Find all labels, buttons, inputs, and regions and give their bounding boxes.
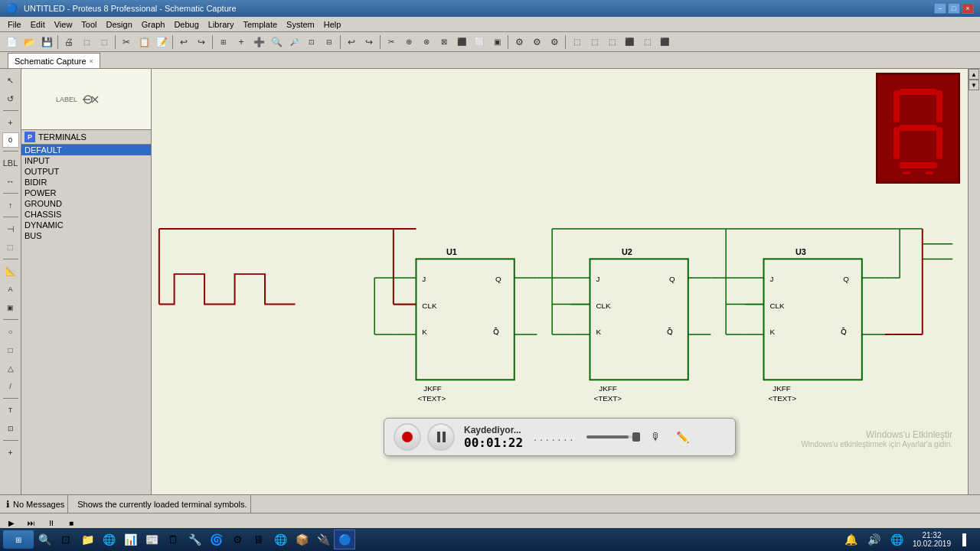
lt-btn-c[interactable]: ○ (2, 323, 19, 340)
zoom-full-btn[interactable]: ⊟ (321, 34, 338, 51)
lt-btn-i[interactable]: + (2, 444, 19, 461)
lt-btn-d[interactable]: □ (2, 341, 19, 358)
tb24[interactable]: ⬚ (586, 34, 603, 51)
lt-btn-a[interactable]: A (2, 281, 19, 298)
grid-btn[interactable]: ⊞ (215, 34, 232, 51)
menu-edit[interactable]: Edit (26, 19, 50, 30)
tb19[interactable]: ▣ (488, 34, 505, 51)
tb21[interactable]: ⚙ (528, 34, 545, 51)
component-tool[interactable]: ↺ (2, 90, 19, 107)
show-desktop-btn[interactable]: ▌ (956, 530, 977, 549)
menu-library[interactable]: Library (204, 19, 239, 30)
menu-design[interactable]: Design (102, 19, 137, 30)
tb9[interactable]: + (233, 34, 250, 51)
taskbar-app7[interactable]: 🖥 (248, 530, 270, 549)
lt-btn-b[interactable]: ▣ (2, 299, 19, 316)
taskbar-taskview[interactable]: ⊡ (55, 530, 77, 549)
tb18[interactable]: ⬜ (471, 34, 488, 51)
lt-btn-g[interactable]: T (2, 402, 19, 419)
taskbar-app3[interactable]: 🗒 (162, 530, 184, 549)
terminal-bidir[interactable]: BIDIR (21, 177, 151, 187)
tb11[interactable]: ↩ (343, 34, 360, 51)
terminal-chassis[interactable]: CHASSIS (21, 209, 151, 220)
taskbar-app10[interactable]: 🔌 (312, 530, 334, 549)
new-btn[interactable]: 📄 (3, 34, 20, 51)
lt-btn-f[interactable]: / (2, 378, 19, 395)
tray-icon3[interactable]: 🌐 (887, 530, 908, 549)
tb12[interactable]: ↪ (361, 34, 377, 51)
taskbar-search[interactable]: 🔍 (34, 530, 55, 549)
select-tool[interactable]: ↖ (2, 72, 19, 89)
maximize-button[interactable]: □ (948, 3, 960, 14)
lt-btn-h[interactable]: ⊡ (2, 420, 19, 437)
tb13[interactable]: ✂ (383, 34, 400, 51)
junction-tool[interactable]: + (2, 114, 19, 131)
zoom-in-btn[interactable]: 🔍 (268, 34, 285, 51)
tb17[interactable]: ⬛ (453, 34, 470, 51)
tb3[interactable]: ⬚ (96, 34, 113, 51)
terminal-ground[interactable]: GROUND (21, 198, 151, 209)
tb28[interactable]: ⬛ (656, 34, 673, 51)
taskbar-app1[interactable]: 📊 (119, 530, 141, 549)
bus-tool[interactable]: ⬚ (2, 239, 19, 256)
number-input[interactable]: 0 (2, 132, 19, 148)
menu-graph[interactable]: Graph (137, 19, 170, 30)
slider-handle[interactable] (632, 432, 640, 442)
mic-button[interactable]: 🎙 (646, 427, 666, 447)
wire-tool[interactable]: 📐 (2, 262, 19, 279)
terminal-power[interactable]: POWER (21, 187, 151, 198)
label-tool[interactable]: LBL (2, 155, 19, 171)
menu-system[interactable]: System (282, 19, 319, 30)
tray-icon1[interactable]: 🔔 (841, 530, 862, 549)
tb27[interactable]: ⬚ (639, 34, 655, 51)
taskbar-clock[interactable]: 21:32 10.02.2019 (910, 531, 954, 548)
minimize-button[interactable]: − (934, 3, 946, 14)
tb4[interactable]: ✂ (118, 34, 135, 51)
tb26[interactable]: ⬛ (621, 34, 638, 51)
tb10[interactable]: ➕ (250, 34, 267, 51)
terminal-input[interactable]: INPUT (21, 155, 151, 166)
scroll-up-btn[interactable]: ▲ (969, 69, 979, 80)
tb5[interactable]: 📋 (136, 34, 152, 51)
tb22[interactable]: ⚙ (546, 34, 563, 51)
menu-file[interactable]: File (3, 19, 26, 30)
close-button[interactable]: × (962, 3, 974, 14)
terminal-bus[interactable]: BUS (21, 230, 151, 241)
taskbar-app9[interactable]: 📦 (291, 530, 312, 549)
up-tool[interactable]: ↑ (2, 197, 19, 214)
taskbar-explorer[interactable]: 📁 (77, 530, 98, 549)
zoom-fit-btn[interactable]: ⊡ (303, 34, 320, 51)
tb14[interactable]: ⊕ (400, 34, 417, 51)
pencil-button[interactable]: ✏️ (672, 427, 692, 447)
terminal-tool[interactable]: ⊣ (2, 220, 19, 237)
tb8[interactable]: ↪ (193, 34, 210, 51)
taskbar-app8[interactable]: 🌐 (270, 530, 291, 549)
tb20[interactable]: ⚙ (511, 34, 528, 51)
tb6[interactable]: 📝 (153, 34, 170, 51)
taskbar-app6[interactable]: ⚙ (227, 530, 248, 549)
menu-help[interactable]: Help (319, 19, 346, 30)
lt-btn-e[interactable]: △ (2, 360, 19, 377)
taskbar-proteus[interactable]: 🔵 (334, 530, 355, 549)
menu-debug[interactable]: Debug (169, 19, 203, 30)
menu-view[interactable]: View (50, 19, 77, 30)
terminal-default[interactable]: DEFAULT (21, 145, 151, 155)
tab-schematic[interactable]: Schematic Capture × (8, 53, 100, 68)
tb25[interactable]: ⬚ (603, 34, 620, 51)
taskbar-app2[interactable]: 📰 (141, 530, 162, 549)
print-btn[interactable]: 🖨 (60, 34, 77, 51)
terminal-dynamic[interactable]: DYNAMIC (21, 220, 151, 230)
zoom-out-btn[interactable]: 🔎 (286, 34, 302, 51)
taskbar-app4[interactable]: 🔧 (184, 530, 205, 549)
menu-tool[interactable]: Tool (77, 19, 101, 30)
volume-slider[interactable] (586, 435, 640, 439)
tb16[interactable]: ⊠ (436, 34, 452, 51)
schematic-canvas[interactable]: U1 J Q CLK K Q̄ JKFF <TEXT> (152, 69, 968, 494)
start-button[interactable]: ⊞ (3, 530, 34, 549)
terminal-output[interactable]: OUTPUT (21, 166, 151, 177)
open-btn[interactable]: 📂 (21, 34, 38, 51)
record-pause-button[interactable] (427, 423, 455, 451)
tb15[interactable]: ⊗ (418, 34, 435, 51)
tray-icon2[interactable]: 🔊 (864, 530, 885, 549)
tab-close-btn[interactable]: × (90, 57, 93, 65)
